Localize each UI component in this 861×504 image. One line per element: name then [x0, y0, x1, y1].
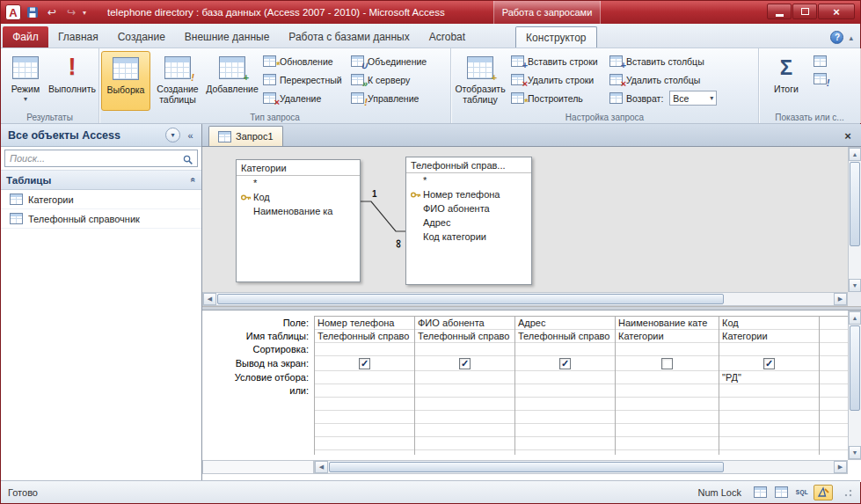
union-query-button[interactable]: ∪ Объединение — [347, 53, 439, 69]
table-card-title[interactable]: Категории — [237, 160, 360, 176]
grid-sort-cell[interactable] — [719, 343, 819, 356]
document-tab-query1[interactable]: Запрос1 — [208, 126, 283, 146]
scroll-left-icon[interactable]: ◀ — [315, 461, 328, 473]
query-design-pane[interactable]: 1 ∞ Категории * Код Наименование ка Теле… — [202, 147, 861, 307]
field-row[interactable]: * — [237, 176, 360, 190]
grid-empty-cell[interactable] — [719, 437, 819, 450]
tab-home[interactable]: Главная — [48, 26, 108, 47]
grid-empty-cell[interactable] — [616, 411, 719, 424]
grid-or-cell[interactable] — [415, 384, 514, 398]
grid-table-cell[interactable]: Телефонный справо — [415, 330, 514, 343]
grid-empty-cell[interactable] — [719, 398, 819, 411]
nav-item-phonebook[interactable]: Телефонный справочник — [1, 209, 201, 229]
field-row[interactable]: Код категории — [406, 230, 531, 244]
grid-empty-cell[interactable] — [820, 437, 848, 450]
grid-empty-cell[interactable] — [415, 424, 514, 437]
tab-external-data[interactable]: Внешние данные — [175, 26, 280, 47]
grid-empty-cell[interactable] — [616, 398, 719, 411]
grid-empty-cell[interactable] — [315, 424, 414, 437]
grid-empty-cell[interactable] — [719, 424, 819, 437]
make-table-button[interactable]: ! Создание таблицы — [150, 51, 205, 111]
minimize-button[interactable] — [767, 4, 792, 19]
parameters-button[interactable]: ! — [812, 70, 828, 86]
shutter-close-icon[interactable]: « — [183, 128, 198, 142]
show-checkbox[interactable]: ✓ — [359, 358, 370, 369]
grid-criteria-cell[interactable] — [315, 371, 414, 384]
grid-or-cell[interactable] — [616, 384, 719, 398]
grid-empty-cell[interactable] — [415, 411, 514, 424]
undo-icon[interactable]: ↩ — [44, 4, 60, 20]
save-icon[interactable] — [25, 4, 40, 20]
show-checkbox[interactable]: ✓ — [559, 358, 571, 369]
field-row[interactable]: Наименование ка — [237, 204, 360, 218]
delete-query-button[interactable]: × Удаление — [259, 90, 347, 106]
redo-icon[interactable]: ↪ — [63, 4, 79, 20]
tab-create[interactable]: Создание — [108, 26, 175, 47]
show-checkbox[interactable]: ✓ — [763, 358, 775, 369]
search-icon[interactable] — [180, 152, 194, 166]
help-icon[interactable]: ? — [830, 31, 843, 44]
grid-empty-cell[interactable] — [820, 343, 848, 356]
grid-empty-cell[interactable] — [515, 424, 615, 437]
grid-horizontal-scrollbar[interactable]: ◀ ▶ — [314, 460, 848, 474]
show-table-button[interactable]: + Отобразить таблицу — [453, 51, 507, 111]
grid-empty-cell[interactable] — [315, 411, 414, 424]
field-row[interactable]: ФИО абонента — [406, 201, 531, 215]
grid-table-cell[interactable]: Категории — [616, 330, 719, 343]
grid-field-cell[interactable]: Код — [719, 317, 819, 330]
grid-show-cell[interactable]: ✓ — [415, 356, 514, 371]
grid-field-cell[interactable]: Номер телефона — [315, 317, 414, 330]
table-card-title[interactable]: Телефонный справ... — [406, 157, 531, 173]
tab-database-tools[interactable]: Работа с базами данных — [279, 26, 419, 47]
grid-empty-cell[interactable] — [415, 398, 514, 411]
grid-empty-cell[interactable] — [820, 398, 848, 411]
grid-empty-cell[interactable] — [515, 398, 615, 411]
access-app-icon[interactable]: A — [5, 4, 21, 20]
grid-empty-cell[interactable] — [820, 356, 848, 371]
design-horizontal-scrollbar[interactable]: ◀ ▶ — [202, 292, 848, 306]
grid-empty-cell[interactable] — [820, 371, 848, 384]
maximize-button[interactable] — [792, 4, 817, 19]
passthrough-query-button[interactable]: » К серверу — [347, 71, 439, 88]
field-row[interactable]: Адрес — [406, 215, 531, 230]
grid-empty-cell[interactable] — [719, 411, 819, 424]
grid-empty-cell[interactable] — [515, 411, 615, 424]
show-checkbox[interactable]: ✓ — [661, 358, 673, 369]
scroll-right-icon[interactable]: ▶ — [834, 293, 847, 305]
delete-rows-button[interactable]: × Удалить строки — [507, 71, 606, 88]
scroll-up-icon[interactable]: ▲ — [849, 311, 861, 325]
grid-sort-cell[interactable] — [616, 343, 719, 356]
grid-empty-cell[interactable] — [415, 437, 514, 450]
grid-empty-cell[interactable] — [820, 424, 848, 437]
scroll-down-icon[interactable]: ▼ — [849, 279, 861, 292]
close-button[interactable]: × — [818, 4, 855, 19]
grid-empty-cell[interactable] — [820, 411, 848, 424]
crosstab-query-button[interactable]: Перекрестный — [259, 71, 347, 88]
field-row[interactable]: * — [406, 173, 531, 187]
collapse-ribbon-icon[interactable]: ▴ — [849, 33, 853, 42]
design-vertical-scrollbar[interactable]: ▲ ▼ — [848, 147, 861, 293]
scroll-left-icon[interactable]: ◀ — [203, 293, 216, 305]
resize-grip[interactable] — [842, 486, 853, 498]
nav-section-tables[interactable]: Таблицы « — [1, 171, 201, 190]
grid-or-cell[interactable] — [315, 384, 414, 398]
table-names-button[interactable] — [812, 53, 828, 69]
nav-item-categories[interactable]: Категории — [1, 190, 201, 209]
scroll-down-icon[interactable]: ▼ — [849, 446, 861, 459]
grid-show-cell[interactable]: ✓ — [315, 356, 414, 371]
show-checkbox[interactable]: ✓ — [459, 358, 471, 369]
grid-or-cell[interactable] — [719, 384, 819, 398]
search-input[interactable] — [4, 150, 198, 167]
insert-columns-button[interactable]: + Вставить столбцы — [606, 53, 754, 69]
run-button[interactable]: ! Выполнить — [48, 51, 96, 111]
builder-button[interactable]: * Построитель — [507, 90, 606, 106]
grid-criteria-cell[interactable] — [616, 371, 719, 384]
return-select[interactable]: Все ▾ — [669, 91, 717, 106]
grid-show-cell[interactable]: ✓ — [515, 356, 615, 371]
field-row[interactable]: Код — [237, 190, 360, 204]
grid-field-cell[interactable]: Наименование кате — [616, 317, 719, 330]
grid-criteria-cell[interactable] — [515, 371, 615, 384]
append-query-button[interactable]: + Добавление — [205, 51, 259, 111]
datasheet-view-button[interactable] — [750, 485, 770, 500]
grid-table-cell[interactable]: Категории — [719, 330, 819, 343]
